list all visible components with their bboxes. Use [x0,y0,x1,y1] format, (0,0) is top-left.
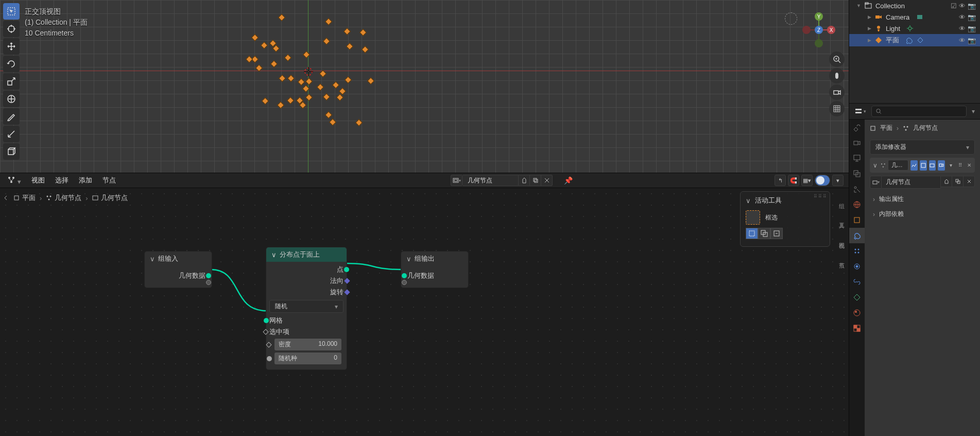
duplicate-button[interactable] [530,175,541,186]
output-normal[interactable]: 法向 [266,275,347,287]
fake-user-button[interactable] [519,175,530,186]
input-geometry[interactable]: 几何数据 [404,270,465,281]
output-rotation[interactable]: 旋转 [266,287,347,298]
tab-view[interactable]: 视图 [833,228,849,248]
select-mode-subtract[interactable] [770,228,783,239]
socket-points-out[interactable] [344,267,349,272]
node-header[interactable]: ∨分布点于面上 [266,247,347,262]
method-dropdown[interactable]: 随机▾ [269,300,343,313]
node-group-input[interactable]: ∨组输入 几何数据 [144,251,212,288]
socket-mesh-in[interactable] [264,318,269,323]
render-icon[interactable]: 📷 [968,13,976,21]
panel-drag-handle[interactable]: ⠿⠿⠿ [814,194,828,199]
mod-drag-handle[interactable]: ⠿ [956,160,964,171]
tab-scene[interactable] [849,181,865,197]
panel-header[interactable]: ∨活动工具 [746,196,824,205]
tab-object[interactable] [849,212,865,228]
mod-db-fakeuser[interactable] [941,176,952,187]
render-icon[interactable]: 📷 [968,37,976,44]
input-virtual[interactable] [404,281,465,283]
tool-annotate[interactable] [3,108,20,125]
parent-tree-button[interactable]: ↰ [775,175,786,186]
tab-modifiers[interactable] [849,228,865,243]
gizmo-z[interactable]: Z [815,26,823,34]
tool-transform[interactable] [3,91,20,107]
tab-world[interactable] [849,197,865,212]
mod-delete-button[interactable]: ✕ [966,160,973,171]
mod-render-toggle[interactable] [938,160,945,171]
tool-add-cube[interactable] [3,143,20,160]
gizmo-x[interactable]: X [827,26,835,34]
filter-button[interactable]: ▾ [972,108,975,115]
output-virtual[interactable] [148,281,209,283]
mod-db-unlink[interactable] [964,176,975,187]
mod-display-toggle[interactable] [929,160,936,171]
axis-gizmo[interactable]: X Y Z [798,9,839,51]
socket-virtual-out[interactable] [206,280,211,285]
eye-icon[interactable]: 👁 [959,2,966,10]
section-internal-deps[interactable]: › 内部依赖 [865,207,980,222]
outliner[interactable]: ▼ Collection ☑ 👁 📷 ▶ Camera 👁 📷 [849,0,980,103]
search-input[interactable] [885,108,962,115]
gizmo-y[interactable]: Y [815,12,823,21]
node-group-output[interactable]: ∨组输出 几何数据 [401,251,469,288]
socket-virtual-in[interactable] [402,280,407,285]
mod-db-browse[interactable]: ▾ [870,176,881,189]
tab-texture[interactable] [849,321,865,336]
tab-tool[interactable] [849,120,865,135]
socket-geometry-in[interactable] [402,273,407,278]
outliner-light-row[interactable]: ▶ Light 👁 📷 [849,23,980,34]
outliner-collection-row[interactable]: ▼ Collection ☑ 👁 📷 [849,0,980,11]
pan-button[interactable] [829,68,845,83]
bc-mod[interactable]: 几何节点 [913,124,938,132]
input-selection[interactable]: 选中项 [266,326,347,338]
tab-render[interactable] [849,135,865,150]
snap-mode-button[interactable]: ▦▾ [801,175,813,186]
outliner-camera-row[interactable]: ▶ Camera 👁 📷 [849,11,980,23]
tab-viewlayer[interactable] [849,166,865,181]
select-mode-extend[interactable] [758,228,770,239]
snap-button[interactable]: 🧲 [788,175,799,186]
viewport-3d[interactable]: 正交顶视图 (1) Collection | 平面 10 Centimeters… [0,0,849,173]
add-modifier-button[interactable]: 添加修改器 ▾ [870,140,975,155]
overlay-toggle[interactable] [815,175,830,186]
collapse-toggle[interactable]: ∨ [872,162,879,169]
output-geometry[interactable]: 几何数据 [148,270,209,281]
tab-constraints[interactable] [849,274,865,290]
eye-icon[interactable]: 👁 [959,37,966,44]
tool-rotate[interactable] [3,56,20,72]
eye-icon[interactable]: 👁 [959,25,966,32]
editor-type-button[interactable]: ▾ [5,174,23,187]
mod-viewport-toggle[interactable] [910,160,918,171]
socket-density-in[interactable] [266,342,271,347]
mod-db-copy[interactable] [952,176,964,187]
tab-tool[interactable]: 工具 [833,209,849,228]
menu-select[interactable]: 选择 [53,174,71,187]
node-header[interactable]: ∨组输出 [401,251,468,266]
mod-extras-button[interactable]: ▾ [947,160,954,171]
node-distribute-points[interactable]: ∨分布点于面上 点 法向 旋转 随机▾ 网格 选中项 密度10.000 随机种0 [266,247,347,370]
camera-view-button[interactable] [829,85,845,100]
input-mesh[interactable]: 网格 [266,315,347,326]
tool-cursor[interactable] [3,21,20,37]
unlink-button[interactable] [541,175,553,186]
node-tree-name-field[interactable]: 几何节点 [462,175,519,186]
gizmo-neg-x[interactable] [802,26,811,34]
tab-group[interactable]: 组 [833,189,849,209]
menu-view[interactable]: 视图 [29,174,47,187]
select-mode-set[interactable] [746,228,758,239]
node-header[interactable]: ∨组输入 [145,251,212,266]
property-search-field[interactable] [871,106,967,117]
bc-obj[interactable]: 平面 [880,124,892,132]
modifier-name-field[interactable]: 几… [888,160,908,171]
pin-button[interactable]: 📌 [564,176,573,185]
mod-edit-toggle[interactable] [920,160,927,171]
outliner-plane-row[interactable]: ▶ 平面 👁 📷 [849,34,980,46]
seed-field[interactable]: 随机种0 [274,353,341,364]
density-field[interactable]: 密度10.000 [274,339,341,350]
checkbox-icon[interactable]: ☑ [951,2,957,10]
tool-scale[interactable] [3,73,20,90]
tool-select-box[interactable] [3,3,20,20]
tab-particles[interactable] [849,243,865,259]
render-icon[interactable]: 📷 [968,25,976,32]
